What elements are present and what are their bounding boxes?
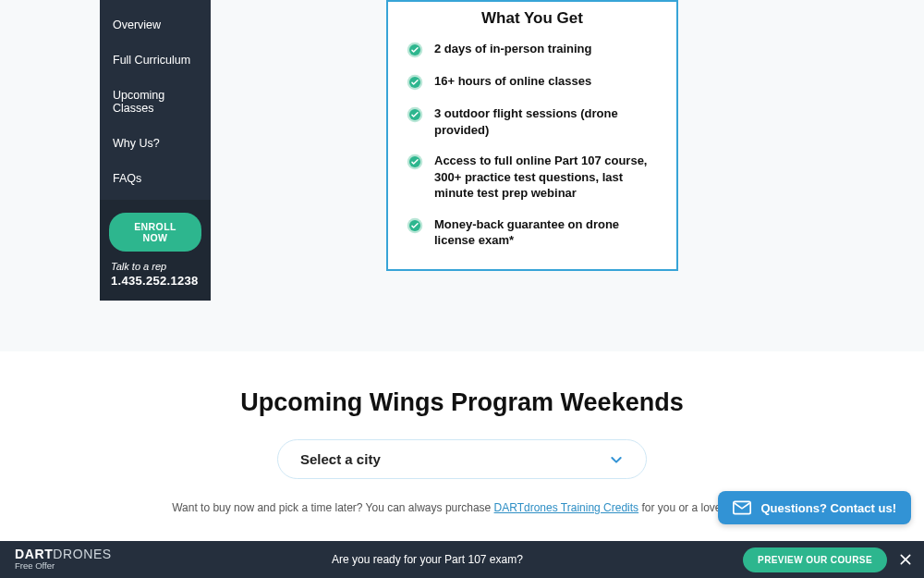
brand-light: DRONES bbox=[53, 547, 112, 561]
sidebar-item-faqs[interactable]: FAQs bbox=[100, 161, 211, 196]
check-icon bbox=[407, 42, 423, 58]
wyg-item: 16+ hours of online classes bbox=[407, 73, 658, 91]
sidebar-items: Overview Full Curriculum Upcoming Classe… bbox=[100, 0, 211, 200]
wyg-item-text: Access to full online Part 107 course, 3… bbox=[434, 153, 658, 202]
brand-bold: DART bbox=[15, 547, 53, 561]
chevron-down-icon bbox=[609, 452, 624, 467]
free-offer-label: Free Offer bbox=[15, 561, 112, 571]
sidebar-item-full-curriculum[interactable]: Full Curriculum bbox=[100, 43, 211, 78]
mail-icon bbox=[733, 500, 751, 515]
upcoming-title: Upcoming Wings Program Weekends bbox=[0, 388, 924, 417]
wyg-item-text: Money-back guarantee on drone license ex… bbox=[434, 216, 658, 249]
check-icon bbox=[407, 74, 423, 91]
city-select-label: Select a city bbox=[300, 451, 381, 467]
enroll-button[interactable]: ENROLL NOW bbox=[109, 213, 201, 252]
wyg-item: Access to full online Part 107 course, 3… bbox=[407, 153, 658, 202]
chat-label: Questions? Contact us! bbox=[760, 501, 896, 515]
sidebar-item-upcoming-classes[interactable]: Upcoming Classes bbox=[100, 78, 211, 126]
bar-question: Are you ready for your Part 107 exam? bbox=[332, 553, 523, 566]
close-icon[interactable] bbox=[898, 552, 913, 567]
check-icon bbox=[407, 154, 423, 170]
wyg-item: 3 outdoor flight sessions (drone provide… bbox=[407, 105, 658, 138]
sidebar-item-overview[interactable]: Overview bbox=[100, 7, 211, 43]
preview-course-button[interactable]: PREVIEW OUR COURSE bbox=[743, 547, 887, 572]
upcoming-section: Upcoming Wings Program Weekends Select a… bbox=[0, 351, 924, 572]
chat-button[interactable]: Questions? Contact us! bbox=[718, 491, 911, 524]
sidebar: Overview Full Curriculum Upcoming Classe… bbox=[100, 0, 211, 301]
upcoming-sub-pre: Want to buy now and pick a time later? Y… bbox=[172, 501, 493, 514]
wyg-item: Money-back guarantee on drone license ex… bbox=[407, 216, 658, 249]
check-icon bbox=[407, 106, 423, 123]
talk-to-rep-label: Talk to a rep bbox=[109, 261, 201, 272]
phone-number[interactable]: 1.435.252.1238 bbox=[109, 272, 201, 288]
brand-wrap: DARTDRONES Free Offer bbox=[15, 547, 112, 572]
wyg-item: 2 days of in-person training bbox=[407, 41, 658, 58]
what-you-get-title: What You Get bbox=[407, 9, 658, 28]
wyg-item-text: 2 days of in-person training bbox=[434, 41, 591, 57]
brand-logo: DARTDRONES bbox=[15, 547, 112, 561]
sidebar-item-why-us[interactable]: Why Us? bbox=[100, 126, 211, 161]
bottom-bar: DARTDRONES Free Offer Are you ready for … bbox=[0, 541, 924, 578]
training-credits-link[interactable]: DARTdrones Training Credits bbox=[494, 501, 639, 514]
wyg-item-text: 3 outdoor flight sessions (drone provide… bbox=[434, 105, 658, 138]
check-icon bbox=[407, 217, 423, 234]
wyg-item-text: 16+ hours of online classes bbox=[434, 73, 591, 90]
what-you-get-box: What You Get 2 days of in-person trainin… bbox=[386, 0, 678, 271]
city-select[interactable]: Select a city bbox=[277, 439, 647, 479]
sidebar-footer: ENROLL NOW Talk to a rep 1.435.252.1238 bbox=[100, 200, 211, 301]
bar-right: PREVIEW OUR COURSE bbox=[743, 547, 913, 572]
